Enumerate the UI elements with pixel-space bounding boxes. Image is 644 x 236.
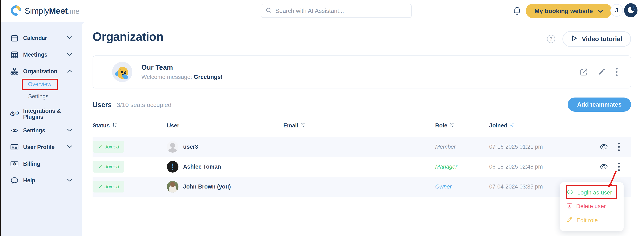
- banknote-icon: 1: [10, 161, 19, 167]
- edit-role-menu-item[interactable]: Edit role: [567, 216, 624, 224]
- header-joined[interactable]: Joined: [489, 122, 576, 129]
- chat-bubble-icon: [10, 177, 19, 184]
- sidebar-label: User Profile: [23, 144, 65, 150]
- code-icon: </>: [10, 128, 19, 134]
- avatar: [167, 141, 178, 153]
- external-link-icon: [580, 68, 588, 76]
- organization-submenu: Overview Settings: [0, 79, 82, 101]
- team-name: Our Team: [142, 64, 222, 71]
- row-context-menu: Login as user Delete user Edit role: [560, 182, 624, 231]
- trash-icon: [567, 202, 572, 210]
- eye-icon: [600, 144, 608, 150]
- search-input[interactable]: [275, 8, 407, 14]
- sidebar-label: Calendar: [23, 35, 65, 41]
- joined-date: 06-18-2025 02:48 pm: [489, 164, 543, 170]
- view-user-button[interactable]: [600, 144, 608, 150]
- submenu-item-settings[interactable]: Settings: [22, 90, 82, 101]
- sidebar-item-user-profile[interactable]: User Profile: [0, 139, 82, 156]
- org-chart-icon: [10, 67, 19, 75]
- moon-icon: + +: [626, 5, 636, 15]
- add-teammates-button[interactable]: Add teammates: [568, 97, 631, 112]
- sidebar-item-settings[interactable]: </> Settings: [0, 122, 82, 139]
- eye-icon: [567, 189, 573, 196]
- ai-search: [261, 4, 412, 18]
- window-edge: [0, 0, 1, 236]
- status-badge: ✓Joined: [92, 181, 124, 192]
- table-row: ✓Joined Ashlee Toman Manager 06-18-2025 …: [92, 157, 631, 177]
- avatar: [167, 161, 178, 173]
- status-badge: ✓Joined: [92, 161, 124, 173]
- team-avatar: [112, 62, 132, 82]
- table-row: ✓Joined John Brown (you) Owner 07-04-202…: [92, 177, 631, 197]
- logo-ring-icon: [10, 5, 22, 17]
- video-tutorial-button[interactable]: Video tutorial: [562, 31, 631, 47]
- sidebar-item-integrations[interactable]: ⚙⚙ Integrations & Plugins: [0, 105, 82, 122]
- joined-date: 07-04-2024 03:35 pm: [489, 183, 543, 190]
- team-kebab-menu[interactable]: [615, 67, 619, 77]
- user-role: Member: [435, 144, 456, 150]
- user-name: John Brown (you): [183, 183, 231, 190]
- sidebar-label: Settings: [23, 128, 65, 133]
- view-user-button[interactable]: [600, 164, 608, 169]
- submenu-item-overview[interactable]: Overview: [28, 81, 51, 87]
- sidebar-item-billing[interactable]: 1 Billing: [0, 156, 82, 172]
- users-section-title: Users: [92, 101, 112, 109]
- sidebar-item-calendar[interactable]: Calendar: [0, 30, 82, 46]
- check-icon: ✓: [98, 144, 102, 150]
- topbar: SimplyMeet.me My booking website J + +: [0, 0, 644, 22]
- sidebar-item-help[interactable]: Help: [0, 172, 82, 189]
- sidebar-label: Help: [23, 177, 65, 183]
- notifications-bell-icon[interactable]: [512, 6, 522, 17]
- user-name: Ashlee Toman: [183, 164, 221, 170]
- chevron-up-icon: [66, 69, 73, 74]
- play-icon: [571, 35, 578, 43]
- svg-text:+: +: [634, 8, 636, 11]
- app-logo[interactable]: SimplyMeet.me: [10, 5, 79, 17]
- row-kebab-menu[interactable]: [617, 162, 621, 172]
- delete-user-menu-item[interactable]: Delete user: [567, 202, 624, 210]
- header-user[interactable]: User: [167, 122, 283, 129]
- row-kebab-menu[interactable]: [617, 142, 621, 152]
- dark-mode-toggle[interactable]: + +: [624, 3, 638, 17]
- logo-text: SimplyMeet.me: [24, 6, 79, 16]
- check-icon: ✓: [98, 164, 102, 170]
- sort-icon: [112, 122, 117, 129]
- help-icon[interactable]: ?: [547, 35, 555, 43]
- table-header-row: Status User Email Role Joined: [92, 114, 631, 137]
- main-content: Organization ? Video tutorial: [82, 22, 644, 236]
- open-booking-page-button[interactable]: [580, 68, 588, 76]
- sort-desc-active-icon: [510, 122, 514, 129]
- svg-text:1: 1: [14, 163, 15, 165]
- joined-date: 07-16-2025 01:21 pm: [489, 144, 543, 150]
- my-booking-website-button[interactable]: My booking website: [526, 4, 612, 18]
- pencil-icon: [567, 216, 572, 224]
- id-card-icon: [10, 144, 19, 151]
- login-as-user-menu-item[interactable]: Login as user: [567, 189, 624, 196]
- calendar-icon: [10, 34, 19, 42]
- eye-icon: [600, 164, 608, 169]
- sidebar-item-meetings[interactable]: Meetings: [0, 46, 82, 63]
- user-avatar[interactable]: J: [610, 4, 623, 17]
- annotation-box-overview: Overview: [22, 79, 58, 90]
- sidebar-label: Organization: [23, 68, 65, 74]
- sidebar-label: Billing: [23, 161, 73, 167]
- sort-icon: [300, 122, 306, 129]
- chevron-down-icon: [66, 36, 73, 40]
- user-name: user3: [183, 144, 198, 150]
- sort-icon: [450, 122, 454, 129]
- pencil-icon: [598, 68, 605, 76]
- chevron-down-icon: [598, 8, 603, 15]
- seats-occupied-text: 3/10 seats occupied: [117, 101, 172, 108]
- header-email[interactable]: Email: [283, 122, 435, 129]
- header-role[interactable]: Role: [435, 122, 489, 129]
- search-icon: [266, 7, 272, 15]
- chevron-down-icon: [66, 178, 73, 183]
- sidebar-item-organization[interactable]: Organization: [0, 63, 82, 80]
- sidebar-label: Meetings: [23, 52, 65, 58]
- edit-team-button[interactable]: [598, 68, 605, 76]
- team-card: Our Team Welcome message: Greetings!: [92, 55, 631, 88]
- header-status[interactable]: Status: [92, 122, 167, 129]
- meetings-icon: [10, 51, 19, 59]
- table-row: ✓Joined user3 Member 07-16-2025 01:21 pm: [92, 137, 631, 157]
- sidebar: Calendar Meetings Organization Overview …: [0, 22, 82, 236]
